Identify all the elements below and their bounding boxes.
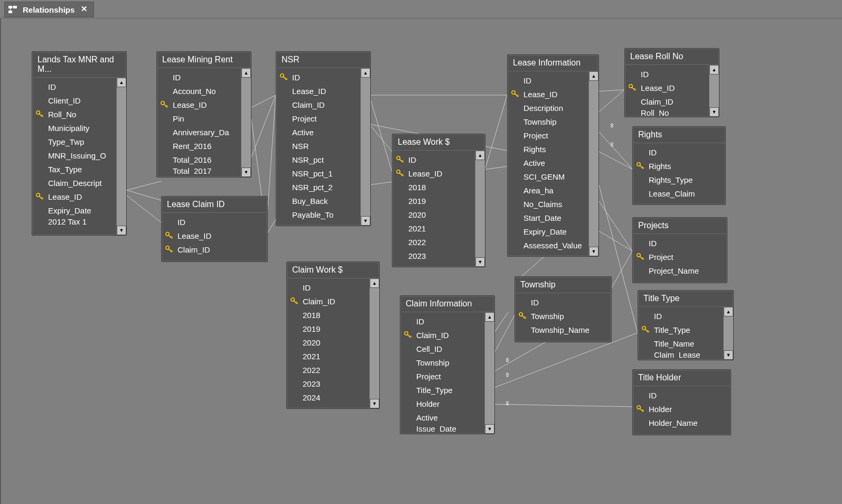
field-row[interactable]: ID [508, 73, 588, 87]
scroll-down-icon[interactable]: ▼ [589, 247, 598, 256]
field-row[interactable]: Lease_ID [32, 190, 116, 203]
field-row[interactable]: 2018 [287, 308, 369, 322]
scrollbar[interactable]: ▲ ▼ [709, 65, 719, 117]
scroll-down-icon[interactable]: ▼ [370, 399, 379, 408]
field-row[interactable]: Claim_ID [400, 328, 484, 342]
scroll-up-icon[interactable]: ▲ [241, 68, 251, 78]
field-row[interactable]: ID [287, 281, 369, 294]
field-row[interactable]: Project [508, 128, 588, 142]
field-row[interactable]: Client_ID [32, 94, 116, 107]
field-row[interactable]: Lease_ID [392, 166, 475, 180]
scroll-up-icon[interactable]: ▲ [361, 68, 370, 78]
field-row[interactable]: Pin [157, 111, 241, 125]
field-row[interactable]: 2020 [287, 335, 369, 349]
scroll-down-icon[interactable]: ▼ [361, 216, 370, 226]
field-row[interactable]: 2022 [392, 235, 475, 249]
field-row[interactable]: 2012 Tax 1 [32, 217, 116, 226]
scroll-up-icon[interactable]: ▲ [724, 307, 733, 316]
tab-relationships[interactable]: Relationships ✕ [4, 2, 94, 17]
scroll-up-icon[interactable]: ▲ [485, 312, 494, 322]
field-row[interactable]: NSR_pct_1 [276, 166, 360, 180]
field-row[interactable]: NSR_pct [276, 153, 360, 166]
field-row[interactable]: Total_2016 [157, 153, 241, 166]
field-row[interactable]: ID [633, 145, 725, 159]
field-row[interactable]: Active [276, 125, 360, 139]
field-row[interactable]: 2024 [287, 390, 369, 404]
field-row[interactable]: Active [508, 156, 588, 170]
field-row[interactable]: SCI_GENM [508, 170, 588, 183]
field-row[interactable]: 2019 [287, 322, 369, 335]
table-claim-work[interactable]: Claim Work $ IDClaim_ID20182019202020212… [286, 262, 380, 409]
table-lease-work[interactable]: Lease Work $ IDLease_ID20182019202020212… [392, 134, 485, 267]
field-row[interactable]: Rights [508, 142, 588, 156]
field-row[interactable]: 2023 [392, 249, 475, 263]
scroll-down-icon[interactable]: ▼ [709, 107, 719, 117]
scrollbar[interactable]: ▲ ▼ [475, 151, 485, 267]
field-row[interactable]: Project [400, 369, 484, 383]
field-row[interactable]: NSR [276, 139, 360, 153]
field-row[interactable]: Rent_2016 [157, 139, 241, 153]
field-row[interactable]: Claim_Descript [32, 176, 116, 190]
field-row[interactable]: Cell_ID [400, 342, 484, 356]
scroll-down-icon[interactable]: ▼ [241, 167, 251, 177]
field-row[interactable]: Township [508, 115, 588, 128]
field-row[interactable]: ID [633, 388, 731, 402]
field-row[interactable]: Claim_ID [276, 98, 360, 111]
field-row[interactable]: Township [515, 309, 611, 323]
field-row[interactable]: ID [162, 215, 267, 229]
field-row[interactable]: 2021 [287, 349, 369, 363]
field-row[interactable]: Tax_Type [32, 162, 116, 176]
field-row[interactable]: Holder [633, 402, 731, 416]
field-row[interactable]: ID [400, 314, 484, 328]
scroll-up-icon[interactable]: ▲ [370, 278, 379, 288]
field-row[interactable]: Start_Date [508, 211, 588, 225]
field-row[interactable]: Claim_ID [625, 95, 709, 108]
table-nsr[interactable]: NSR IDLease_IDClaim_IDProjectActiveNSRNS… [276, 51, 371, 226]
scroll-up-icon[interactable]: ▲ [475, 151, 485, 160]
field-row[interactable]: 2020 [392, 208, 475, 221]
field-row[interactable]: ID [633, 236, 727, 250]
table-title-holder[interactable]: Title Holder IDHolderHolder_Name [632, 369, 731, 435]
field-row[interactable]: Title_Type [638, 323, 723, 337]
scroll-up-icon[interactable]: ▲ [589, 71, 598, 81]
table-title-type[interactable]: Title Type IDTitle_TypeTitle_NameClaim_L… [638, 290, 734, 360]
field-row[interactable]: Description [508, 101, 588, 115]
field-row[interactable]: NSR_pct_2 [276, 180, 360, 194]
field-row[interactable]: Claim_ID [287, 294, 369, 308]
table-lease-claim-id[interactable]: Lease Claim ID IDLease_IDClaim_ID [161, 196, 268, 262]
scrollbar[interactable]: ▲ ▼ [484, 312, 494, 434]
table-township[interactable]: Township IDTownshipTownship_Name [514, 276, 612, 342]
table-lands-tax[interactable]: Lands Tax MNR and M... IDClient_IDRoll_N… [32, 51, 127, 236]
field-row[interactable]: Title_Type [400, 383, 484, 397]
field-row[interactable]: 2018 [392, 180, 475, 194]
field-row[interactable]: Payable_To [276, 208, 360, 221]
field-row[interactable]: ID [276, 70, 360, 84]
field-row[interactable]: Lease_ID [157, 98, 241, 111]
field-row[interactable]: Holder [400, 397, 484, 410]
field-row[interactable]: ID [157, 70, 241, 84]
field-row[interactable]: ID [515, 295, 611, 309]
field-row[interactable]: Area_ha [508, 183, 588, 197]
field-row[interactable]: 2022 [287, 363, 369, 377]
field-row[interactable]: Claim_ID [162, 242, 267, 256]
close-icon[interactable]: ✕ [79, 4, 89, 15]
field-row[interactable]: Township_Name [515, 323, 611, 337]
scroll-down-icon[interactable]: ▼ [724, 350, 733, 360]
field-row[interactable]: Anniversary_Da [157, 125, 241, 139]
field-row[interactable]: Lease_Claim [633, 186, 725, 200]
field-row[interactable]: Buy_Back [276, 194, 360, 208]
field-row[interactable]: Expiry_Date [32, 203, 116, 217]
field-row[interactable]: 2021 [392, 221, 475, 235]
field-row[interactable]: ID [638, 309, 723, 323]
field-row[interactable]: No_Claims [508, 197, 588, 211]
scrollbar[interactable]: ▲ ▼ [369, 278, 379, 408]
scrollbar[interactable]: ▲ ▼ [241, 68, 251, 177]
scroll-down-icon[interactable]: ▼ [475, 257, 485, 267]
scroll-up-icon[interactable]: ▲ [117, 78, 126, 87]
field-row[interactable]: Assessed_Value [508, 238, 588, 252]
field-row[interactable]: Roll_No [32, 107, 116, 121]
table-claim-information[interactable]: Claim Information IDClaim_IDCell_IDTowns… [400, 295, 495, 434]
field-row[interactable]: Active [400, 410, 484, 424]
scrollbar[interactable]: ▲ ▼ [360, 68, 370, 226]
field-row[interactable]: Project [633, 250, 727, 264]
